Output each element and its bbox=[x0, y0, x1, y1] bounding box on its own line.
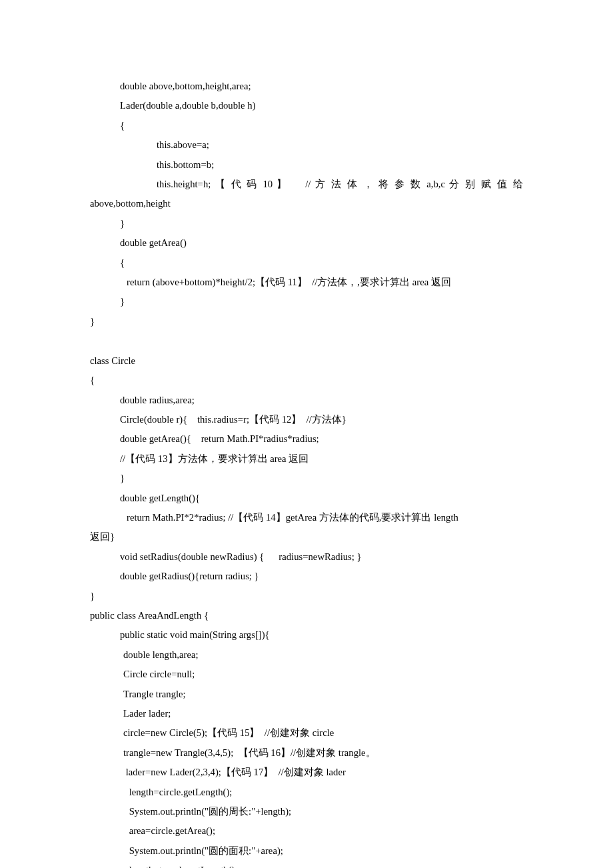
code-line: { bbox=[90, 253, 523, 273]
code-line: System.out.println("圆的面积:"+area); bbox=[90, 841, 523, 861]
code-line: 返回} bbox=[90, 527, 523, 547]
code-line: public class AreaAndLength { bbox=[90, 606, 523, 625]
code-line: this.above=a; bbox=[90, 135, 523, 155]
code-block: double above,bottom,height,area;Lader(do… bbox=[90, 77, 523, 868]
code-line: class Circle bbox=[90, 351, 523, 371]
code-line: this.bottom=b; bbox=[90, 155, 523, 175]
code-line: this.height=h; 【 代 码 10 】 // 方 法 体 ， 将 参… bbox=[90, 175, 523, 194]
code-line: { bbox=[90, 371, 523, 390]
code-line: Lader lader; bbox=[90, 704, 523, 723]
code-line: return Math.PI*2*radius; //【代码 14】getAre… bbox=[90, 508, 523, 527]
code-line: void setRadius(double newRadius) { radiu… bbox=[90, 547, 523, 567]
code-line: lader=new Lader(2,3,4);【代码 17】 //创建对象 la… bbox=[90, 763, 523, 782]
code-line: { bbox=[90, 116, 523, 135]
code-line: Circle circle=null; bbox=[90, 665, 523, 684]
code-line: double getLength(){ bbox=[90, 489, 523, 508]
code-line: double radius,area; bbox=[90, 391, 523, 410]
code-line: Circle(double r){ this.radius=r;【代码 12】 … bbox=[90, 410, 523, 429]
code-line bbox=[90, 331, 523, 351]
code-line: Lader(double a,double b,double h) bbox=[90, 96, 523, 115]
code-line: public static void main(String args[]){ bbox=[90, 625, 523, 645]
code-line: area=circle.getArea(); bbox=[90, 821, 523, 841]
code-line: } bbox=[90, 214, 523, 233]
code-line: double getArea() bbox=[90, 233, 523, 253]
code-line: double getArea(){ return Math.PI*radius*… bbox=[90, 429, 523, 449]
code-line: //【代码 13】方法体，要求计算出 area 返回 bbox=[90, 449, 523, 469]
code-line: double above,bottom,height,area; bbox=[90, 77, 523, 96]
code-line: double getRadius(){return radius; } bbox=[90, 567, 523, 586]
code-line: return (above+bottom)*height/2;【代码 11】 /… bbox=[90, 273, 523, 292]
document-page: double above,bottom,height,area;Lader(do… bbox=[0, 0, 613, 868]
code-line: length=circle.getLength(); bbox=[90, 783, 523, 802]
code-line: } bbox=[90, 312, 523, 331]
code-line: Trangle trangle; bbox=[90, 685, 523, 704]
code-line: trangle=new Trangle(3,4,5); 【代码 16】//创建对… bbox=[90, 743, 523, 763]
code-line: above,bottom,height bbox=[90, 194, 523, 213]
code-line: } bbox=[90, 587, 523, 606]
code-line: length=trangle.getLength(); bbox=[90, 861, 523, 868]
code-line: } bbox=[90, 292, 523, 311]
code-line: System.out.println("圆的周长:"+length); bbox=[90, 802, 523, 821]
code-line: } bbox=[90, 469, 523, 488]
code-line: circle=new Circle(5);【代码 15】 //创建对象 circ… bbox=[90, 723, 523, 743]
code-line: double length,area; bbox=[90, 645, 523, 665]
